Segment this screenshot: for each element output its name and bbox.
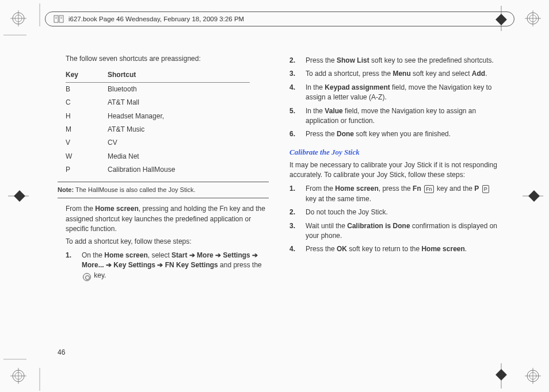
steps-left: On the Home screen, select Start ➔ More … bbox=[66, 249, 269, 282]
t-bold: Home screen bbox=[95, 205, 138, 213]
step-item: To add a shortcut, press the Menu soft k… bbox=[289, 67, 501, 80]
t: and press the bbox=[218, 261, 262, 269]
arrow-icon: ➔ bbox=[104, 261, 114, 269]
page-number: 46 bbox=[58, 348, 65, 356]
crop-tick bbox=[3, 355, 26, 363]
t-bold: OK bbox=[337, 245, 347, 253]
step-item: Wait until the Calibration is Done confi… bbox=[289, 220, 501, 243]
svg-rect-19 bbox=[528, 190, 540, 202]
arrow-icon: ➔ bbox=[214, 251, 223, 259]
step-item: In the Value field, move the Navigation … bbox=[289, 105, 501, 128]
table-row: WMedia Net bbox=[66, 150, 250, 163]
cell-shortcut: AT&T Music bbox=[108, 123, 250, 136]
p-key-icon: P bbox=[482, 185, 489, 193]
t: Wait until the bbox=[306, 222, 347, 230]
cell-shortcut: Bluetooth bbox=[108, 82, 250, 96]
t-bold: Done bbox=[337, 130, 354, 138]
crop-tick bbox=[36, 368, 44, 391]
t: From the bbox=[306, 185, 335, 193]
step-item: Press the OK soft key to return to the H… bbox=[289, 243, 501, 256]
t-bold: Home screen bbox=[335, 185, 378, 193]
step-item: In the Keypad assignment field, move the… bbox=[289, 81, 501, 105]
note-text: The HallMouse is also called the Joy Sti… bbox=[74, 186, 195, 193]
table-row: CAT&T Mall bbox=[66, 96, 250, 109]
t-bold: Calibration is Done bbox=[347, 222, 410, 230]
cell-shortcut: Calibration HallMouse bbox=[108, 163, 250, 176]
arrow-icon: ➔ bbox=[250, 251, 258, 259]
t-bold: Value bbox=[325, 107, 342, 115]
cell-key: C bbox=[66, 96, 108, 109]
shortcuts-table: Key Shortcut BBluetooth CAT&T Mall HHead… bbox=[66, 68, 250, 176]
t-bold: Add bbox=[472, 70, 485, 78]
cell-key: H bbox=[66, 110, 108, 123]
t: In the bbox=[306, 83, 325, 91]
t: Press the bbox=[306, 245, 337, 253]
note-block: Note: The HallMouse is also called the J… bbox=[58, 182, 269, 199]
table-row: HHeadset Manager, bbox=[66, 110, 250, 123]
header-text: i627.book Page 46 Wednesday, February 18… bbox=[68, 16, 244, 22]
t: From the bbox=[66, 205, 95, 213]
t-bold: Fn bbox=[413, 185, 421, 193]
reg-mark-mid-left bbox=[8, 187, 29, 205]
steps-calibrate: From the Home screen, press the Fn Fn ke… bbox=[289, 182, 501, 256]
table-header-row: Key Shortcut bbox=[66, 68, 250, 82]
cell-shortcut: Headset Manager, bbox=[108, 110, 250, 123]
cell-key: V bbox=[66, 136, 108, 149]
t-bold: Home screen bbox=[104, 251, 147, 259]
cell-key: W bbox=[66, 150, 108, 163]
t: In the bbox=[306, 107, 325, 115]
t: Press the bbox=[306, 56, 337, 64]
section-title-calibrate: Calibrate the Joy Stick bbox=[289, 147, 501, 158]
crop-tick bbox=[36, 3, 44, 26]
reg-mark-bottom-right bbox=[525, 368, 541, 384]
reg-mark-bottom-mid bbox=[493, 363, 510, 389]
step-item: Press the Done soft key when you are fin… bbox=[289, 128, 501, 141]
t: . bbox=[485, 70, 487, 78]
right-column: Press the Show List soft key to see the … bbox=[289, 52, 501, 282]
t: key and the bbox=[435, 185, 475, 193]
t bbox=[421, 185, 423, 193]
t-bold: Home screen bbox=[421, 245, 464, 253]
reg-mark-top-left bbox=[10, 10, 26, 26]
t-bold: Settings bbox=[223, 251, 250, 259]
t: soft key when you are finished. bbox=[354, 130, 451, 138]
th-shortcut: Shortcut bbox=[108, 68, 250, 82]
reg-mark-bottom-left bbox=[10, 368, 26, 384]
t bbox=[479, 185, 481, 193]
reg-mark-top-right bbox=[525, 10, 541, 26]
cell-key: P bbox=[66, 163, 108, 176]
t-bold: Keypad assignment bbox=[325, 83, 390, 91]
step-item: On the Home screen, select Start ➔ More … bbox=[66, 249, 269, 282]
arrow-icon: ➔ bbox=[187, 251, 197, 259]
crop-tick bbox=[3, 31, 26, 39]
t: , press the bbox=[379, 185, 413, 193]
t: soft key and select bbox=[411, 70, 472, 78]
page-header-band: i627.book Page 46 Wednesday, February 18… bbox=[45, 11, 514, 26]
nav-key-icon bbox=[83, 273, 91, 281]
table-row: VCV bbox=[66, 136, 250, 149]
table-row: BBluetooth bbox=[66, 82, 250, 96]
book-icon bbox=[54, 15, 64, 23]
cell-shortcut: AT&T Mall bbox=[108, 96, 250, 109]
table-row: MAT&T Music bbox=[66, 123, 250, 136]
step-item: From the Home screen, press the Fn Fn ke… bbox=[289, 182, 501, 206]
reg-mark-mid-right bbox=[523, 187, 543, 205]
t: soft key to return to the bbox=[347, 245, 421, 253]
t-bold: More bbox=[197, 251, 214, 259]
fn-key-icon: Fn bbox=[424, 185, 434, 193]
arrow-icon: ➔ bbox=[155, 261, 165, 269]
step-item: Do not touch the Joy Stick. bbox=[289, 206, 501, 219]
t: On the bbox=[82, 251, 104, 259]
t-bold: Key Settings bbox=[113, 261, 155, 269]
cell-shortcut: CV bbox=[108, 136, 250, 149]
t: key at the same time. bbox=[306, 195, 371, 203]
t-bold: Menu bbox=[392, 70, 410, 78]
steps-right: Press the Show List soft key to see the … bbox=[289, 54, 501, 141]
svg-rect-29 bbox=[59, 16, 63, 22]
t: , select bbox=[148, 251, 171, 259]
cell-key: M bbox=[66, 123, 108, 136]
para-fn-explain: From the Home screen, pressing and holdi… bbox=[66, 204, 269, 234]
t: . bbox=[465, 245, 467, 253]
cell-shortcut: Media Net bbox=[108, 150, 250, 163]
note-label: Note: bbox=[58, 186, 74, 193]
